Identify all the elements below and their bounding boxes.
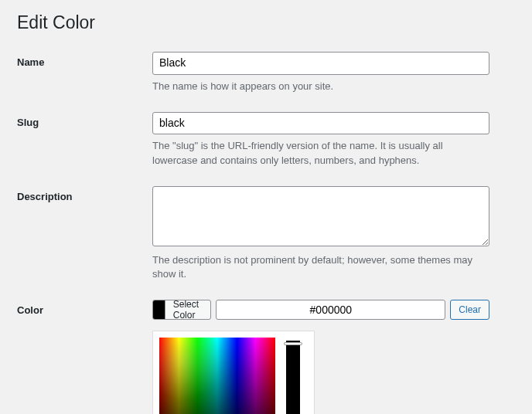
description-label: Description <box>17 186 152 202</box>
value-slider-handle[interactable] <box>284 342 302 345</box>
description-help: The description is not prominent by defa… <box>152 253 489 281</box>
clear-button[interactable]: Clear <box>450 300 489 320</box>
page-title: Edit Color <box>17 12 515 33</box>
saturation-area[interactable] <box>159 338 275 414</box>
slug-label: Slug <box>17 112 152 128</box>
name-label: Name <box>17 52 152 68</box>
color-picker-panel <box>152 331 315 414</box>
slug-help: The "slug" is the URL-friendly version o… <box>152 139 489 167</box>
value-slider[interactable] <box>286 338 300 414</box>
select-color-label: Select Color <box>165 300 211 319</box>
color-label: Color <box>17 300 152 316</box>
color-swatch <box>153 300 165 320</box>
description-textarea[interactable] <box>152 186 489 246</box>
hex-input[interactable] <box>216 300 445 320</box>
slug-input[interactable] <box>152 112 489 135</box>
select-color-button[interactable]: Select Color <box>152 300 211 320</box>
name-input[interactable] <box>152 52 489 75</box>
name-help: The name is how it appears on your site. <box>152 80 489 93</box>
